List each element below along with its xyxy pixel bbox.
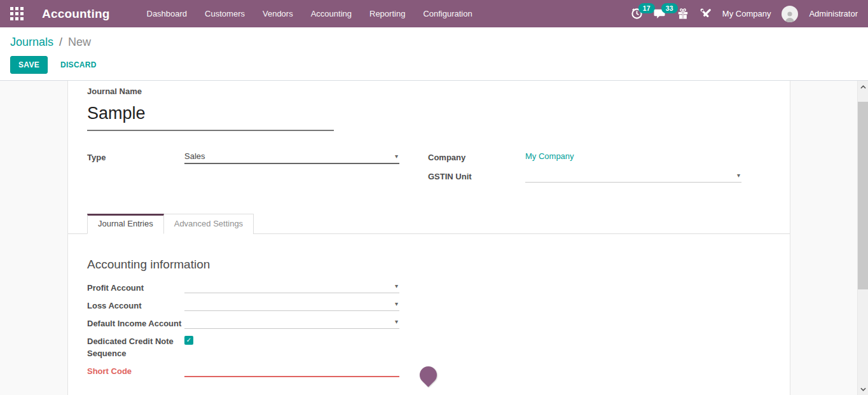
company-label: Company [428,149,525,165]
user-menu[interactable]: Administrator [809,9,858,18]
loss-account-select[interactable]: ▾ [184,298,399,312]
scroll-down-button[interactable] [858,384,868,394]
debug-tools-button[interactable] [699,8,712,20]
tab-journal-entries[interactable]: Journal Entries [87,214,164,234]
journal-name-label: Journal Name [87,85,771,97]
messages-button[interactable]: 33 [654,8,666,20]
person-icon [783,10,796,22]
message-count-badge: 33 [661,3,678,13]
nav-item-reporting[interactable]: Reporting [369,9,405,18]
chevron-down-icon: ▾ [395,283,398,291]
top-navbar: Accounting Dashboard Customers Vendors A… [0,0,868,27]
chevron-down-icon: ▾ [395,301,398,308]
type-select[interactable]: Sales ▾ [184,149,399,165]
chevron-up-icon [860,85,866,89]
type-value: Sales [184,151,205,161]
chevron-down-icon [860,387,866,391]
chevron-down-icon: ▾ [395,319,398,326]
checkmark-icon: ✓ [186,337,191,343]
chevron-down-icon: ▾ [395,153,398,161]
gstin-unit-select[interactable]: ▾ [525,169,741,184]
activities-button[interactable]: 17 [631,8,643,20]
journal-name-input[interactable] [87,99,334,131]
scrollbar-thumb[interactable] [858,102,868,289]
dedicated-credit-note-sequence-label: Dedicated Credit Note Sequence [87,333,184,359]
user-avatar[interactable] [782,6,798,22]
profit-account-select[interactable]: ▾ [184,280,399,294]
apps-grid-icon[interactable] [10,7,24,20]
short-code-input[interactable] [184,363,399,376]
type-label: Type [87,149,184,165]
save-button[interactable]: SAVE [10,56,48,74]
company-value-link[interactable]: My Company [525,149,574,161]
breadcrumb: Journals / New [10,36,858,49]
nav-item-dashboard[interactable]: Dashboard [147,9,188,18]
app-title[interactable]: Accounting [42,7,110,21]
nav-item-accounting[interactable]: Accounting [311,9,352,18]
default-income-account-label: Default Income Account [87,315,184,329]
control-panel: Journals / New SAVE DISCARD [0,27,868,81]
dedicated-credit-note-checkbox[interactable]: ✓ [184,336,193,345]
default-income-account-select[interactable]: ▾ [184,315,399,329]
nav-item-configuration[interactable]: Configuration [423,9,472,18]
scroll-up-button[interactable] [858,81,868,92]
breadcrumb-separator: / [57,36,65,48]
short-code-field [184,363,399,377]
loss-account-label: Loss Account [87,298,184,312]
tab-advanced-settings[interactable]: Advanced Settings [164,214,254,234]
wrench-screwdriver-icon [699,8,712,20]
nav-item-vendors[interactable]: Vendors [263,9,293,18]
nav-item-customers[interactable]: Customers [205,9,245,18]
section-title-accounting-information: Accounting information [87,258,771,272]
company-switcher[interactable]: My Company [722,9,771,18]
discard-button[interactable]: DISCARD [57,57,100,73]
activity-count-badge: 17 [638,3,655,13]
gift-icon [677,8,689,20]
main-menu: Dashboard Customers Vendors Accounting R… [147,9,472,18]
form-sheet: Journal Name Type Sales ▾ Company [67,81,790,395]
gstin-unit-label: GSTIN Unit [428,169,525,184]
profit-account-label: Profit Account [87,280,184,294]
vertical-scrollbar [857,81,868,395]
content-area: Journal Name Type Sales ▾ Company [0,81,868,395]
notebook-tabs: Journal Entries Advanced Settings [68,214,790,234]
chevron-down-icon: ▾ [737,172,740,180]
breadcrumb-journals-link[interactable]: Journals [10,36,53,48]
breadcrumb-current: New [68,36,91,48]
gift-button[interactable] [677,8,689,20]
short-code-label: Short Code [87,363,184,377]
